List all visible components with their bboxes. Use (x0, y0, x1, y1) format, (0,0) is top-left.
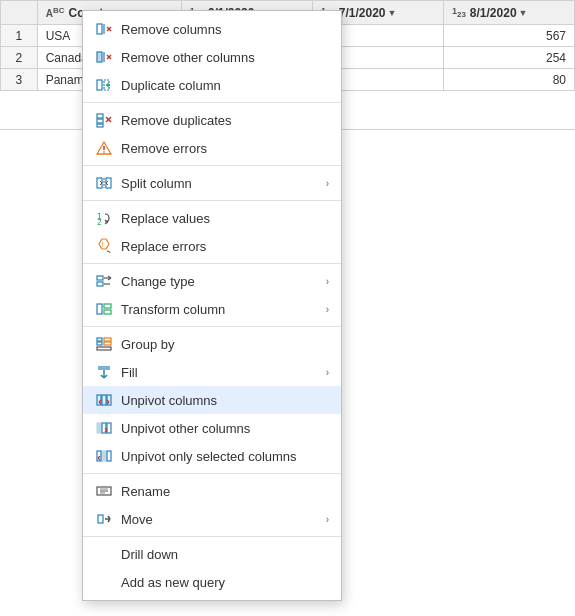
unpivot-selected-columns-label: Unpivot only selected columns (121, 449, 329, 464)
replace-errs-icon: ! (95, 237, 113, 255)
remove-col-icon (95, 20, 113, 38)
rename-label: Rename (121, 484, 329, 499)
row1-d3: 567 (443, 25, 574, 47)
remove-errors-label: Remove errors (121, 141, 329, 156)
add-query-icon (95, 573, 113, 591)
remove-dup-icon (95, 111, 113, 129)
group-by-icon (95, 335, 113, 353)
change-type-label: Change type (121, 274, 318, 289)
unpivot-other-columns-label: Unpivot other columns (121, 421, 329, 436)
svg-rect-46 (97, 347, 111, 350)
fill-icon (95, 363, 113, 381)
svg-rect-33 (97, 276, 103, 280)
transform-col-icon (95, 300, 113, 318)
svg-rect-45 (104, 342, 111, 345)
divider-2 (83, 165, 341, 166)
menu-item-unpivot-selected-columns[interactable]: Unpivot only selected columns (83, 442, 341, 470)
svg-rect-20 (97, 178, 102, 188)
divider-5 (83, 326, 341, 327)
menu-item-unpivot-columns[interactable]: Unpivot columns (83, 386, 341, 414)
menu-item-remove-columns[interactable]: Remove columns (83, 15, 341, 43)
menu-item-duplicate-column[interactable]: Duplicate column (83, 71, 341, 99)
date2-dropdown-arrow: ▼ (388, 8, 397, 18)
move-arrow: › (326, 514, 329, 525)
menu-item-remove-errors[interactable]: Remove errors (83, 134, 341, 162)
divider-3 (83, 200, 341, 201)
remove-err-icon (95, 139, 113, 157)
unpivot-columns-label: Unpivot columns (121, 393, 329, 408)
menu-item-remove-other-columns[interactable]: Remove other columns (83, 43, 341, 71)
svg-rect-60 (107, 423, 111, 433)
row-num-2: 2 (1, 47, 38, 69)
svg-rect-44 (104, 338, 111, 341)
menu-item-fill[interactable]: Fill › (83, 358, 341, 386)
duplicate-col-icon (95, 76, 113, 94)
remove-duplicates-label: Remove duplicates (121, 113, 329, 128)
menu-item-drill-down[interactable]: Drill down (83, 540, 341, 568)
date2-header-dropdown[interactable]: 7/1/2020 ▼ (339, 6, 397, 20)
replace-errors-label: Replace errors (121, 239, 329, 254)
split-column-arrow: › (326, 178, 329, 189)
date3-column-header[interactable]: 123 8/1/2020 ▼ (443, 1, 574, 25)
menu-item-rename[interactable]: Rename (83, 477, 341, 505)
svg-rect-40 (104, 304, 111, 308)
row-num-3: 3 (1, 69, 38, 91)
menu-item-add-as-new-query[interactable]: Add as new query (83, 568, 341, 596)
row-num-1: 1 (1, 25, 38, 47)
svg-rect-42 (97, 338, 102, 341)
transform-column-arrow: › (326, 304, 329, 315)
date3-dropdown-arrow: ▼ (519, 8, 528, 18)
menu-item-transform-column[interactable]: Transform column › (83, 295, 341, 323)
svg-rect-64 (102, 451, 106, 461)
change-type-arrow: › (326, 276, 329, 287)
fill-label: Fill (121, 365, 318, 380)
group-by-label: Group by (121, 337, 329, 352)
svg-line-67 (98, 458, 100, 460)
unpivot-selected-icon (95, 447, 113, 465)
change-type-icon (95, 272, 113, 290)
replace-values-label: Replace values (121, 211, 329, 226)
svg-rect-21 (106, 178, 111, 188)
svg-rect-4 (97, 52, 102, 62)
duplicate-column-label: Duplicate column (121, 78, 329, 93)
remove-other-col-icon (95, 48, 113, 66)
menu-item-unpivot-other-columns[interactable]: Unpivot other columns (83, 414, 341, 442)
svg-rect-47 (98, 366, 110, 370)
menu-item-replace-errors[interactable]: ! Replace errors (83, 232, 341, 260)
context-menu: Remove columns Remove other columns Dupl… (82, 10, 342, 601)
menu-item-move[interactable]: Move › (83, 505, 341, 533)
drill-down-label: Drill down (121, 547, 329, 562)
svg-marker-31 (99, 239, 109, 249)
menu-item-split-column[interactable]: Split column › (83, 169, 341, 197)
svg-text:2: 2 (97, 218, 102, 226)
date3-header-label: 8/1/2020 (470, 6, 517, 20)
menu-item-replace-values[interactable]: 12 Replace values (83, 204, 341, 232)
unpivot-other-icon (95, 419, 113, 437)
svg-rect-8 (97, 80, 102, 90)
menu-item-group-by[interactable]: Group by (83, 330, 341, 358)
drill-down-icon (95, 545, 113, 563)
remove-other-columns-label: Remove other columns (121, 50, 329, 65)
date3-header-dropdown[interactable]: 8/1/2020 ▼ (470, 6, 528, 20)
svg-rect-12 (97, 114, 103, 118)
transform-column-label: Transform column (121, 302, 318, 317)
svg-rect-41 (104, 310, 111, 314)
num-type-icon-3: 123 (452, 6, 466, 19)
unpivot-cols-icon (95, 391, 113, 409)
menu-item-change-type[interactable]: Change type › (83, 267, 341, 295)
divider-7 (83, 536, 341, 537)
svg-rect-0 (97, 24, 102, 34)
date2-header-label: 7/1/2020 (339, 6, 386, 20)
svg-rect-52 (102, 395, 106, 405)
split-column-label: Split column (121, 176, 318, 191)
svg-rect-39 (97, 304, 102, 314)
menu-item-remove-duplicates[interactable]: Remove duplicates (83, 106, 341, 134)
svg-rect-58 (97, 423, 101, 433)
move-label: Move (121, 512, 318, 527)
svg-text:!: ! (102, 241, 104, 248)
svg-rect-34 (97, 282, 103, 286)
fill-arrow: › (326, 367, 329, 378)
rename-icon (95, 482, 113, 500)
abc-type-icon: ABC (46, 6, 65, 19)
row-number-header (1, 1, 38, 25)
